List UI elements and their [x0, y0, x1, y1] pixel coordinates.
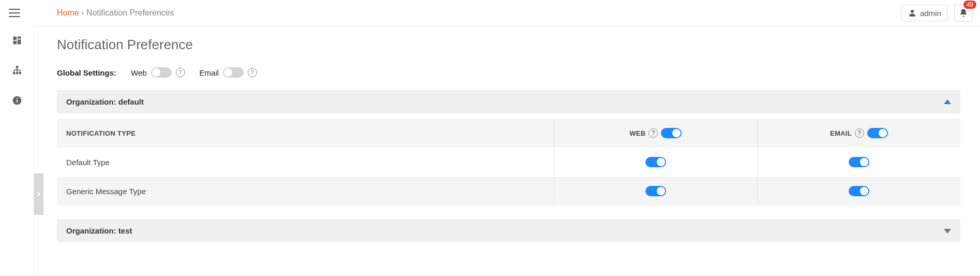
svg-rect-19	[17, 98, 18, 99]
svg-rect-6	[17, 39, 21, 44]
breadcrumb-current: Notification Preferences	[86, 8, 174, 17]
table-header-row: NOTIFICATION TYPE WEB ? EMAIL ?	[57, 119, 960, 148]
svg-rect-5	[17, 37, 21, 39]
notifications-button[interactable]: 49	[954, 4, 973, 22]
help-icon[interactable]: ?	[855, 128, 864, 138]
sidebar-item-dashboard[interactable]	[8, 31, 26, 50]
bell-icon	[959, 8, 968, 18]
breadcrumb-sep: ›	[79, 8, 86, 17]
global-settings-label: Global Settings:	[57, 68, 116, 77]
org-panel-test: Organization: test	[57, 219, 960, 242]
org-panel-header[interactable]: Organization: test	[57, 219, 960, 242]
help-icon[interactable]: ?	[649, 128, 658, 138]
sidebar-item-topology[interactable]	[8, 61, 26, 80]
table-row: Default Type	[57, 148, 960, 177]
svg-marker-21	[944, 229, 951, 234]
org-panel-title: Organization: default	[66, 97, 144, 106]
sidebar	[0, 26, 34, 276]
hierarchy-icon	[11, 65, 23, 76]
global-email-label: Email	[200, 68, 219, 77]
header-email-toggle[interactable]	[867, 128, 888, 138]
table-row: Generic Message Type	[57, 177, 960, 206]
user-icon	[908, 8, 917, 18]
svg-point-11	[19, 72, 21, 74]
row-email-toggle[interactable]	[849, 186, 869, 196]
breadcrumb-home[interactable]: Home	[57, 8, 79, 17]
header-web-toggle[interactable]	[661, 128, 682, 138]
notifications-badge: 49	[963, 1, 976, 9]
sidebar-item-info[interactable]	[8, 91, 26, 110]
main-content: Notification Preference Global Settings:…	[34, 26, 980, 276]
col-header-web: WEB ?	[554, 119, 757, 148]
row-type-label: Generic Message Type	[57, 187, 554, 196]
row-web-toggle[interactable]	[645, 157, 666, 167]
org-panel-header[interactable]: Organization: default	[57, 90, 960, 113]
info-icon	[12, 95, 22, 106]
dashboard-icon	[12, 35, 22, 46]
chevron-up-icon	[944, 97, 951, 106]
page-title: Notification Preference	[57, 37, 960, 53]
row-email-toggle[interactable]	[849, 157, 869, 167]
svg-point-8	[16, 66, 18, 68]
col-header-email: EMAIL ?	[757, 119, 960, 148]
svg-rect-18	[17, 99, 18, 103]
global-web-toggle[interactable]	[151, 67, 172, 78]
svg-rect-7	[13, 41, 17, 45]
org-panel-default: Organization: default NOTIFICATION TYPE …	[57, 90, 960, 206]
help-icon[interactable]: ?	[176, 68, 185, 77]
global-web-label: Web	[131, 68, 147, 77]
help-icon[interactable]: ?	[248, 68, 257, 77]
hamburger-icon	[9, 8, 20, 18]
menu-toggle-button[interactable]	[4, 3, 25, 23]
global-email-toggle[interactable]	[223, 67, 244, 78]
global-settings-row: Global Settings: Web ? Email ?	[57, 67, 960, 78]
col-header-type: NOTIFICATION TYPE	[57, 129, 554, 137]
user-menu-button[interactable]: admin	[901, 5, 948, 21]
row-web-toggle[interactable]	[645, 186, 666, 196]
org-panel-title: Organization: test	[66, 226, 132, 235]
user-name: admin	[920, 9, 941, 18]
svg-point-3	[911, 10, 914, 13]
chevron-down-icon	[944, 226, 951, 235]
breadcrumb: Home › Notification Preferences	[57, 8, 174, 18]
svg-marker-20	[944, 99, 951, 104]
svg-point-10	[16, 72, 18, 74]
row-type-label: Default Type	[57, 158, 554, 167]
svg-point-9	[13, 72, 14, 74]
svg-rect-4	[13, 37, 17, 40]
